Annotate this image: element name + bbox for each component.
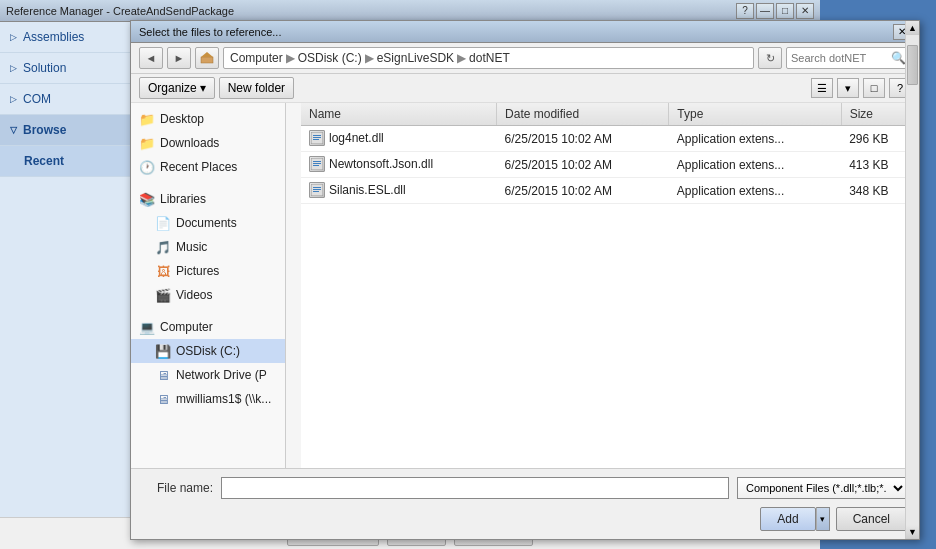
file-name: Silanis.ESL.dll bbox=[329, 183, 406, 197]
dialog-body: 📁 Desktop 📁 Downloads 🕐 Recent Places 📚 bbox=[131, 103, 919, 468]
nav-item-music[interactable]: 🎵 Music bbox=[131, 235, 285, 259]
music-icon: 🎵 bbox=[155, 239, 171, 255]
back-button[interactable]: ◄ bbox=[139, 47, 163, 69]
nav-item-label: Libraries bbox=[160, 192, 206, 206]
nav-item-recent-places[interactable]: 🕐 Recent Places bbox=[131, 155, 285, 179]
file-date: 6/25/2015 10:02 AM bbox=[497, 178, 669, 204]
file-name: Newtonsoft.Json.dll bbox=[329, 157, 433, 171]
dll-icon bbox=[309, 156, 325, 172]
file-date: 6/25/2015 10:02 AM bbox=[497, 152, 669, 178]
table-row[interactable]: Newtonsoft.Json.dll 6/25/2015 10:02 AM A… bbox=[301, 152, 919, 178]
nav-item-label: Network Drive (P bbox=[176, 368, 267, 382]
nav-scrollbar[interactable]: ▲ ▼ bbox=[905, 103, 919, 468]
column-type[interactable]: Type bbox=[669, 103, 841, 126]
doc-icon: 📄 bbox=[155, 215, 171, 231]
file-name-cell: Silanis.ESL.dll bbox=[301, 178, 497, 204]
view-options-btn[interactable]: ☰ bbox=[811, 78, 833, 98]
nav-item-libraries[interactable]: 📚 Libraries bbox=[131, 187, 285, 211]
expand-icon: ▷ bbox=[10, 94, 17, 104]
svg-rect-11 bbox=[313, 187, 321, 188]
svg-rect-4 bbox=[313, 137, 321, 138]
sidebar-item-recent[interactable]: Recent bbox=[0, 146, 139, 177]
nav-item-desktop[interactable]: 📁 Desktop bbox=[131, 107, 285, 131]
secondary-toolbar: Organize ▾ New folder ☰ ▾ □ ? bbox=[131, 74, 919, 103]
close-btn[interactable]: ✕ bbox=[796, 3, 814, 19]
nav-item-pictures[interactable]: 🖼 Pictures bbox=[131, 259, 285, 283]
refresh-button[interactable]: ↻ bbox=[758, 47, 782, 69]
sidebar-item-label: Solution bbox=[23, 61, 66, 75]
table-row[interactable]: Silanis.ESL.dll 6/25/2015 10:02 AM Appli… bbox=[301, 178, 919, 204]
nav-item-label: Desktop bbox=[160, 112, 204, 126]
nav-item-osdisk[interactable]: 💾 OSDisk (C:) bbox=[131, 339, 285, 363]
svg-rect-8 bbox=[313, 163, 321, 164]
svg-rect-3 bbox=[313, 135, 321, 136]
svg-marker-1 bbox=[201, 52, 213, 57]
file-name-cell: Newtonsoft.Json.dll bbox=[301, 152, 497, 178]
computer-icon: 💻 bbox=[139, 319, 155, 335]
column-name[interactable]: Name bbox=[301, 103, 497, 126]
breadcrumb-part: eSignLiveSDK bbox=[377, 51, 454, 65]
breadcrumb-part: Computer bbox=[230, 51, 283, 65]
file-nav-panel: 📁 Desktop 📁 Downloads 🕐 Recent Places 📚 bbox=[131, 103, 286, 468]
minimize-btn[interactable]: — bbox=[756, 3, 774, 19]
sidebar-item-label: Assemblies bbox=[23, 30, 84, 44]
sidebar-item-label: Browse bbox=[23, 123, 66, 137]
dialog-footer: File name: Component Files (*.dll;*.tlb;… bbox=[131, 468, 919, 539]
drive-icon: 💾 bbox=[155, 343, 171, 359]
network-share-icon: 🖥 bbox=[155, 391, 171, 407]
nav-item-label: Music bbox=[176, 240, 207, 254]
add-dropdown-btn[interactable]: ▾ bbox=[816, 507, 830, 531]
maximize-btn[interactable]: □ bbox=[776, 3, 794, 19]
file-list-panel: Name Date modified Type Size bbox=[301, 103, 919, 468]
action-row: Add ▾ Cancel bbox=[143, 507, 907, 531]
nav-item-documents[interactable]: 📄 Documents bbox=[131, 211, 285, 235]
help-btn[interactable]: ? bbox=[736, 3, 754, 19]
filename-input[interactable] bbox=[221, 477, 729, 499]
sidebar-item-solution[interactable]: ▷ Solution bbox=[0, 53, 139, 84]
up-button[interactable] bbox=[195, 47, 219, 69]
forward-button[interactable]: ► bbox=[167, 47, 191, 69]
new-folder-button[interactable]: New folder bbox=[219, 77, 294, 99]
view-dropdown-btn[interactable]: ▾ bbox=[837, 78, 859, 98]
organize-button[interactable]: Organize ▾ bbox=[139, 77, 215, 99]
nav-item-label: mwilliams1$ (\\k... bbox=[176, 392, 271, 406]
left-panel: ▷ Assemblies ▷ Solution ▷ COM ▽ Browse R… bbox=[0, 22, 140, 549]
filetype-select[interactable]: Component Files (*.dll;*.tlb;*.ol bbox=[737, 477, 907, 499]
filename-row: File name: Component Files (*.dll;*.tlb;… bbox=[143, 477, 907, 499]
breadcrumb-part: dotNET bbox=[469, 51, 510, 65]
nav-item-videos[interactable]: 🎬 Videos bbox=[131, 283, 285, 307]
svg-rect-5 bbox=[313, 139, 319, 140]
nav-item-network-drive[interactable]: 🖥 Network Drive (P bbox=[131, 363, 285, 387]
breadcrumb-bar[interactable]: Computer ▶ OSDisk (C:) ▶ eSignLiveSDK ▶ … bbox=[223, 47, 754, 69]
nav-item-computer[interactable]: 💻 Computer bbox=[131, 315, 285, 339]
file-table: Name Date modified Type Size bbox=[301, 103, 919, 468]
nav-item-mwilliams[interactable]: 🖥 mwilliams1$ (\\k... bbox=[131, 387, 285, 411]
search-bar: 🔍 bbox=[786, 47, 911, 69]
search-icon[interactable]: 🔍 bbox=[891, 51, 906, 65]
file-type: Application extens... bbox=[669, 178, 841, 204]
filename-label: File name: bbox=[143, 481, 213, 495]
nav-item-label: Videos bbox=[176, 288, 212, 302]
file-name-cell: log4net.dll bbox=[301, 126, 497, 152]
file-type: Application extens... bbox=[669, 152, 841, 178]
folder-icon: 📁 bbox=[139, 111, 155, 127]
folder-icon: 📁 bbox=[139, 135, 155, 151]
scroll-track bbox=[906, 103, 919, 468]
sidebar-item-com[interactable]: ▷ COM bbox=[0, 84, 139, 115]
sidebar-item-label: COM bbox=[23, 92, 51, 106]
library-icon: 📚 bbox=[139, 191, 155, 207]
sidebar-item-assemblies[interactable]: ▷ Assemblies bbox=[0, 22, 139, 53]
svg-rect-0 bbox=[201, 57, 213, 63]
dialog-cancel-button[interactable]: Cancel bbox=[836, 507, 907, 531]
column-date-modified[interactable]: Date modified bbox=[497, 103, 669, 126]
nav-item-label: Computer bbox=[160, 320, 213, 334]
add-button[interactable]: Add bbox=[760, 507, 815, 531]
nav-item-downloads[interactable]: 📁 Downloads bbox=[131, 131, 285, 155]
details-pane-btn[interactable]: □ bbox=[863, 78, 885, 98]
network-icon: 🖥 bbox=[155, 367, 171, 383]
search-input[interactable] bbox=[791, 52, 891, 64]
dll-icon bbox=[309, 182, 325, 198]
video-icon: 🎬 bbox=[155, 287, 171, 303]
table-row[interactable]: log4net.dll 6/25/2015 10:02 AM Applicati… bbox=[301, 126, 919, 152]
sidebar-item-browse[interactable]: ▽ Browse bbox=[0, 115, 139, 146]
